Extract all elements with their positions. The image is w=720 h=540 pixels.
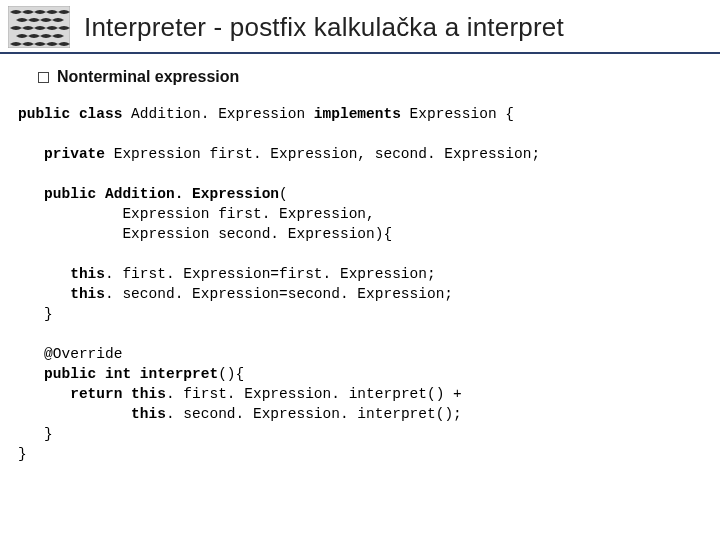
- code-line: implements: [314, 106, 401, 122]
- code-line: return this: [18, 386, 166, 402]
- code-block: public class Addition. Expression implem…: [18, 104, 720, 464]
- code-line: (: [279, 186, 288, 202]
- code-line: this: [18, 406, 166, 422]
- code-line: }: [18, 306, 53, 322]
- code-line: public Addition. Expression: [18, 186, 279, 202]
- code-line: Addition. Expression: [122, 106, 313, 122]
- code-line: public class: [18, 106, 122, 122]
- code-line: (){: [218, 366, 244, 382]
- code-line: Expression second. Expression){: [18, 226, 392, 242]
- square-bullet-icon: [38, 72, 49, 83]
- code-line: @Override: [18, 346, 122, 362]
- code-line: this: [18, 286, 105, 302]
- code-line: private: [18, 146, 105, 162]
- code-line: }: [18, 426, 53, 442]
- subheading-row: Nonterminal expression: [38, 68, 720, 86]
- code-line: this: [18, 266, 105, 282]
- code-line: Expression {: [401, 106, 514, 122]
- slide-header: Interpreter - postfix kalkulačka a inter…: [0, 0, 720, 54]
- escher-logo: [8, 6, 70, 48]
- code-line: . second. Expression=second. Expression;: [105, 286, 453, 302]
- slide-title: Interpreter - postfix kalkulačka a inter…: [84, 12, 564, 43]
- code-line: Expression first. Expression,: [18, 206, 375, 222]
- code-line: }: [18, 446, 27, 462]
- code-line: . first. Expression=first. Expression;: [105, 266, 436, 282]
- code-line: . first. Expression. interpret() +: [166, 386, 462, 402]
- subheading-text: Nonterminal expression: [57, 68, 239, 86]
- code-line: . second. Expression. interpret();: [166, 406, 462, 422]
- code-line: public int interpret: [18, 366, 218, 382]
- code-line: Expression first. Expression, second. Ex…: [105, 146, 540, 162]
